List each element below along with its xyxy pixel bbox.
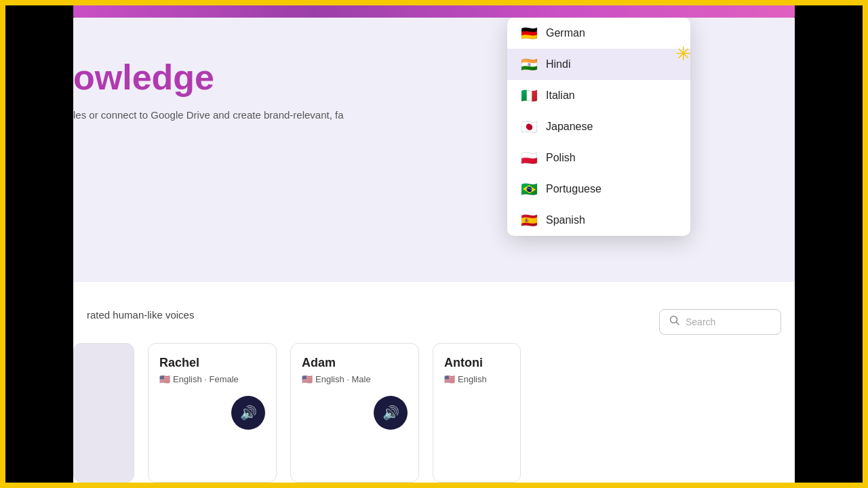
voice-lang-gender-antoni: English <box>458 374 487 384</box>
svg-line-1 <box>677 323 679 325</box>
dropdown-item-japanese[interactable]: 🇯🇵 Japanese <box>507 111 690 142</box>
flag-hindi: 🇮🇳 <box>521 58 538 71</box>
voice-meta-antoni: 🇺🇸 English <box>444 374 509 384</box>
volume-icon-adam: 🔊 <box>382 405 399 421</box>
label-hindi: Hindi <box>546 58 570 70</box>
dropdown-item-portuguese[interactable]: 🇧🇷 Portuguese <box>507 174 690 205</box>
label-italian: Italian <box>546 89 575 102</box>
flag-polish: 🇵🇱 <box>521 151 538 165</box>
volume-icon: 🔊 <box>240 405 257 421</box>
voice-meta-rachel: 🇺🇸 English · Female <box>159 374 265 384</box>
voice-card-antoni[interactable]: Antoni 🇺🇸 English <box>433 343 521 483</box>
search-icon <box>669 315 680 329</box>
dropdown-item-hindi[interactable]: 🇮🇳 Hindi <box>507 49 690 80</box>
top-gradient-bar <box>73 5 795 18</box>
dropdown-item-polish[interactable]: 🇵🇱 Polish <box>507 142 690 174</box>
label-japanese: Japanese <box>546 121 593 133</box>
dropdown-item-italian[interactable]: 🇮🇹 Italian <box>507 80 690 111</box>
dropdown-item-german[interactable]: 🇩🇪 German <box>507 18 690 49</box>
voice-flag-rachel: 🇺🇸 <box>159 374 170 384</box>
hero-description: les or connect to Google Drive and creat… <box>73 108 480 123</box>
voice-flag-adam: 🇺🇸 <box>302 374 313 384</box>
language-dropdown[interactable]: 🇩🇪 German 🇮🇳 Hindi 🇮🇹 Italian 🇯🇵 Japanes… <box>507 18 690 236</box>
search-placeholder-text: Search <box>686 317 715 327</box>
play-button-adam[interactable]: 🔊 <box>374 396 408 430</box>
voices-section: rated human-like voices Search Rachel 🇺🇸 <box>73 296 795 483</box>
flag-german: 🇩🇪 <box>521 26 538 40</box>
search-bar[interactable]: Search <box>659 309 781 335</box>
dropdown-item-spanish[interactable]: 🇪🇸 Spanish <box>507 205 690 236</box>
play-button-rachel[interactable]: 🔊 <box>231 396 265 430</box>
voice-card-rachel[interactable]: Rachel 🇺🇸 English · Female 🔊 <box>148 343 277 483</box>
main-content: owledge les or connect to Google Drive a… <box>73 18 795 483</box>
voice-meta-adam: 🇺🇸 English · Male <box>302 374 408 384</box>
voice-lang-gender-adam: English · Male <box>315 374 371 384</box>
voice-card-partial <box>73 343 134 483</box>
label-spanish: Spanish <box>546 214 585 226</box>
flag-portuguese: 🇧🇷 <box>521 182 538 196</box>
voice-flag-antoni: 🇺🇸 <box>444 374 455 384</box>
voice-lang-gender-rachel: English · Female <box>173 374 239 384</box>
label-german: German <box>546 27 585 39</box>
flag-japanese: 🇯🇵 <box>521 120 538 134</box>
label-portuguese: Portuguese <box>546 183 601 195</box>
flag-spanish: 🇪🇸 <box>521 214 538 227</box>
voice-cards-container: Rachel 🇺🇸 English · Female 🔊 Adam 🇺🇸 <box>73 343 795 483</box>
voice-card-adam[interactable]: Adam 🇺🇸 English · Male 🔊 <box>290 343 419 483</box>
label-polish: Polish <box>546 152 576 164</box>
voice-name-adam: Adam <box>302 356 408 370</box>
voice-name-rachel: Rachel <box>159 356 265 370</box>
flag-italian: 🇮🇹 <box>521 89 538 102</box>
voice-name-antoni: Antoni <box>444 356 509 370</box>
